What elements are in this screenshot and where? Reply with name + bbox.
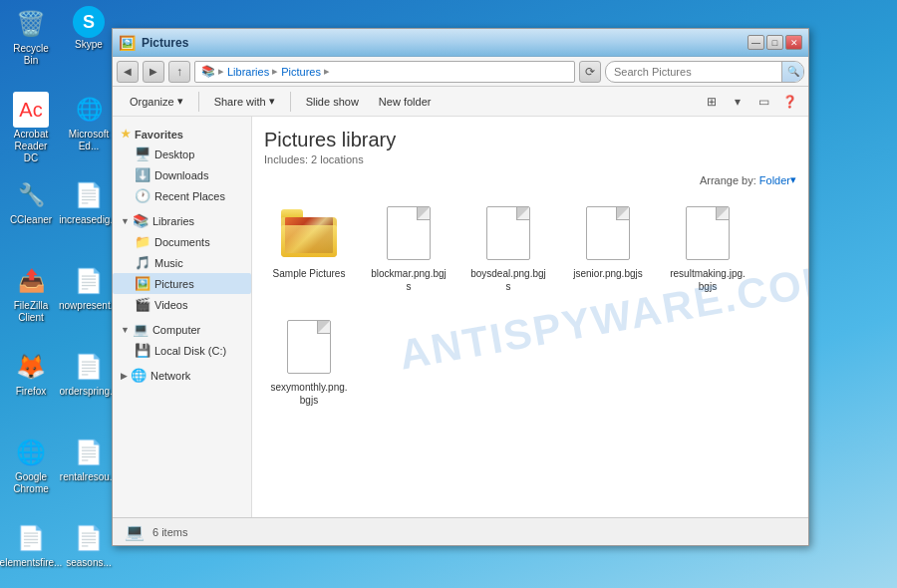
rentalresou-icon: 📄 (71, 435, 107, 470)
desktop-icon-firefox[interactable]: 🦊 Firefox (4, 347, 58, 400)
files-grid: Sample Pictures blockmar.png.bgjs boysde… (264, 196, 796, 414)
refresh-button[interactable]: ⟳ (579, 61, 601, 83)
file-label-jsenior: jsenior.png.bgjs (573, 267, 643, 280)
desktop-icon-orderspring[interactable]: 📄 orderspring... (62, 347, 116, 400)
breadcrumb[interactable]: 📚 ▸ Libraries ▸ Pictures ▸ (194, 61, 575, 83)
desktop-icon-skype[interactable]: S Skype (62, 4, 116, 53)
acrobat-icon: Ac (13, 92, 49, 128)
file-item-sexymonthly[interactable]: sexymonthly.png.bgjs (264, 310, 354, 414)
statusbar-icon: 💻 (125, 522, 145, 541)
increasedig-icon: 📄 (71, 177, 107, 213)
libraries-label: Libraries (152, 215, 194, 227)
slideshow-label: Slide show (306, 96, 359, 108)
videos-label: Videos (154, 299, 187, 311)
desktop-icon-increasedig[interactable]: 📄 increasedig... (62, 175, 116, 228)
desktop-label: Desktop (154, 148, 194, 160)
search-input[interactable] (606, 66, 781, 78)
ccleaner-label: CCleaner (10, 214, 52, 226)
file-label-resultmaking: resultmaking.jpg.bgjs (668, 267, 748, 293)
downloads-label: Downloads (154, 169, 208, 181)
seasons-label: seasons... (66, 557, 112, 569)
slideshow-button[interactable]: Slide show (297, 90, 368, 114)
file-icon-sexymonthly (279, 317, 339, 377)
documents-icon: 📁 (135, 234, 150, 249)
breadcrumb-libraries-label[interactable]: Libraries (227, 66, 269, 78)
minimize-button[interactable]: — (748, 35, 764, 50)
library-title: Pictures library (264, 129, 796, 151)
view-extra-button[interactable]: ⊞ (701, 91, 723, 113)
elementsfire-label: elementsfire... (0, 557, 62, 569)
sidebar-item-pictures[interactable]: 🖼️ Pictures (113, 273, 251, 294)
file-item-blockmar[interactable]: blockmar.png.bgjs (364, 196, 453, 300)
msedge-icon: 🌐 (71, 92, 107, 128)
close-button[interactable]: ✕ (785, 35, 802, 50)
chrome-icon: 🌐 (13, 435, 49, 470)
file-item-jsenior[interactable]: jsenior.png.bgjs (563, 196, 653, 300)
desktop-icon-acrobat[interactable]: Ac Acrobat Reader DC (4, 90, 58, 166)
increasedig-label: increasedig... (59, 214, 118, 226)
favorites-label: Favorites (135, 129, 183, 141)
forward-button[interactable]: ▶ (143, 61, 164, 83)
desktop-icon-chrome[interactable]: 🌐 Google Chrome (4, 433, 58, 497)
computer-header[interactable]: ▼ 💻 Computer (113, 319, 251, 340)
videos-icon: 🎬 (135, 297, 150, 312)
file-item-sample-pictures[interactable]: Sample Pictures (264, 196, 354, 300)
computer-arrow: ▼ (121, 325, 130, 335)
organize-button[interactable]: Organize ▾ (121, 90, 192, 114)
sidebar-item-videos[interactable]: 🎬 Videos (113, 294, 251, 315)
elementsfire-icon: 📄 (13, 520, 49, 556)
documents-label: Documents (154, 236, 210, 248)
organize-arrow: ▾ (177, 95, 183, 108)
help-button[interactable]: ❓ (778, 91, 800, 113)
back-button[interactable]: ◀ (117, 61, 139, 83)
sidebar-item-downloads[interactable]: ⬇️ Downloads (113, 164, 251, 185)
desktop-icon-ccleaner[interactable]: 🔧 CCleaner (4, 175, 58, 228)
filezilla-icon: 📤 (13, 263, 49, 299)
sidebar-item-localdisk[interactable]: 💾 Local Disk (C:) (113, 340, 251, 361)
toolbar: Organize ▾ Share with ▾ Slide show New f… (113, 87, 808, 117)
computer-label: Computer (152, 324, 200, 336)
desktop-icon-elementsfire[interactable]: 📄 elementsfire... (4, 518, 58, 571)
search-button[interactable]: 🔍 (781, 61, 803, 83)
preview-pane-button[interactable]: ▭ (752, 91, 774, 113)
up-button[interactable]: ↑ (168, 61, 190, 83)
desktop-icon-seasons[interactable]: 📄 seasons... (62, 518, 116, 571)
arrange-value[interactable]: Folder (759, 174, 790, 186)
sidebar: ★ Favorites 🖥️ Desktop ⬇️ Downloads 🕐 Re… (113, 117, 252, 517)
favorites-header[interactable]: ★ Favorites (113, 125, 251, 144)
ccleaner-icon: 🔧 (13, 177, 49, 213)
recycle-bin-label: Recycle Bin (6, 43, 56, 67)
computer-section: ▼ 💻 Computer 💾 Local Disk (C:) (113, 319, 251, 361)
new-folder-button[interactable]: New folder (370, 90, 441, 114)
maximize-button[interactable]: □ (766, 35, 783, 50)
new-folder-label: New folder (379, 96, 432, 108)
share-label: Share with (214, 96, 266, 108)
breadcrumb-pictures-label[interactable]: Pictures (281, 66, 321, 78)
favorites-section: ★ Favorites 🖥️ Desktop ⬇️ Downloads 🕐 Re… (113, 125, 251, 206)
window-title: Pictures (142, 36, 748, 50)
network-header[interactable]: ▶ 🌐 Network (113, 365, 251, 386)
sidebar-item-desktop[interactable]: 🖥️ Desktop (113, 144, 251, 164)
window-controls: — □ ✕ (748, 35, 802, 50)
sidebar-item-documents[interactable]: 📁 Documents (113, 231, 251, 252)
arrange-arrow[interactable]: ▾ (790, 173, 796, 186)
orderspring-label: orderspring... (60, 386, 119, 398)
sidebar-item-music[interactable]: 🎵 Music (113, 252, 251, 273)
libraries-section: ▼ 📚 Libraries 📁 Documents 🎵 Music 🖼️ Pic… (113, 210, 251, 315)
share-with-button[interactable]: Share with ▾ (205, 90, 284, 114)
file-label-sample-pictures: Sample Pictures (273, 267, 346, 280)
desktop-icon-rentalresou[interactable]: 📄 rentalresou... (62, 433, 116, 485)
localdisk-icon: 💾 (135, 343, 150, 358)
file-item-resultmaking[interactable]: resultmaking.jpg.bgjs (663, 196, 752, 300)
desktop-icon-recycle-bin[interactable]: 🗑️ Recycle Bin (4, 4, 58, 69)
view-dropdown-button[interactable]: ▾ (727, 91, 748, 113)
desktop-icon-filezilla[interactable]: 📤 FileZilla Client (4, 261, 58, 326)
star-icon: ★ (121, 128, 131, 141)
desktop-icon-msedge[interactable]: 🌐 Microsoft Ed... (62, 90, 116, 154)
libraries-header[interactable]: ▼ 📚 Libraries (113, 210, 251, 231)
breadcrumb-libraries[interactable]: 📚 (201, 65, 215, 78)
recent-icon: 🕐 (135, 188, 150, 203)
file-item-boysdeal[interactable]: boysdeal.png.bgjs (463, 196, 553, 300)
desktop-icon-nowpresent[interactable]: 📄 nowpresent... (62, 261, 116, 314)
sidebar-item-recent[interactable]: 🕐 Recent Places (113, 185, 251, 206)
